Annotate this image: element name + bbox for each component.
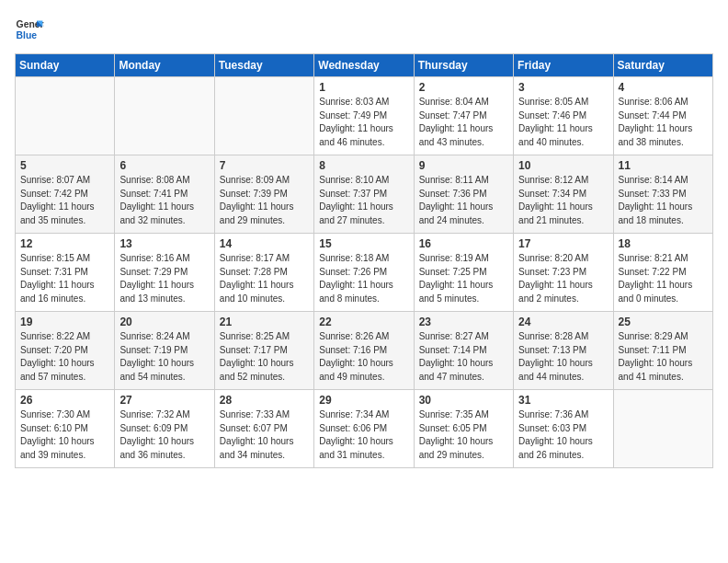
calendar-cell: 27Sunrise: 7:32 AMSunset: 6:09 PMDayligh…	[115, 390, 214, 468]
cell-line: Daylight: 11 hours	[518, 122, 608, 136]
page-header: General Blue	[15, 15, 713, 44]
calendar-cell	[613, 390, 712, 468]
calendar-cell	[115, 77, 214, 155]
cell-line: and 2 minutes.	[518, 293, 608, 306]
header-day: Wednesday	[314, 54, 414, 77]
cell-line: Sunset: 7:36 PM	[419, 188, 508, 201]
cell-line: Sunset: 7:49 PM	[319, 109, 408, 123]
cell-line: Sunset: 7:13 PM	[518, 344, 608, 358]
cell-line: and 0 minutes.	[619, 293, 708, 306]
calendar-cell: 7Sunrise: 8:09 AMSunset: 7:39 PMDaylight…	[214, 155, 313, 234]
cell-line: Sunset: 6:07 PM	[220, 422, 309, 436]
day-number: 17	[518, 237, 608, 250]
day-number: 4	[619, 81, 708, 94]
cell-line: Daylight: 10 hours	[419, 435, 508, 449]
cell-line: and 54 minutes.	[119, 371, 209, 385]
cell-line: Sunrise: 7:32 AM	[119, 408, 209, 422]
day-number: 28	[220, 394, 309, 407]
cell-line: Sunrise: 8:17 AM	[220, 252, 309, 266]
cell-line: Daylight: 11 hours	[20, 279, 109, 293]
day-number: 3	[518, 81, 608, 94]
cell-line: Sunrise: 8:19 AM	[419, 252, 508, 266]
day-number: 16	[419, 237, 508, 250]
cell-line: Daylight: 11 hours	[319, 201, 408, 214]
calendar-cell: 19Sunrise: 8:22 AMSunset: 7:20 PMDayligh…	[16, 312, 115, 390]
cell-line: Sunset: 7:44 PM	[619, 109, 708, 123]
day-number: 15	[319, 237, 408, 250]
cell-line: and 49 minutes.	[319, 371, 408, 385]
cell-line: Sunset: 6:09 PM	[119, 422, 209, 436]
cell-line: Daylight: 11 hours	[419, 201, 508, 214]
week-row: 5Sunrise: 8:07 AMSunset: 7:42 PMDaylight…	[16, 155, 713, 234]
cell-line: Sunset: 7:34 PM	[518, 188, 608, 201]
cell-line: Sunset: 7:39 PM	[220, 188, 309, 201]
cell-line: Sunset: 6:06 PM	[319, 422, 408, 436]
cell-line: Sunset: 6:05 PM	[419, 422, 508, 436]
calendar-cell: 31Sunrise: 7:36 AMSunset: 6:03 PMDayligh…	[514, 390, 613, 468]
day-number: 14	[220, 237, 309, 250]
calendar-cell: 11Sunrise: 8:14 AMSunset: 7:33 PMDayligh…	[613, 155, 712, 234]
cell-line: and 41 minutes.	[619, 371, 708, 385]
day-number: 6	[119, 159, 209, 172]
cell-line: and 13 minutes.	[119, 293, 209, 306]
cell-line: and 35 minutes.	[20, 214, 109, 228]
cell-line: Sunrise: 8:05 AM	[518, 96, 608, 109]
cell-line: Sunrise: 8:10 AM	[319, 174, 408, 188]
cell-line: Sunrise: 8:03 AM	[319, 96, 408, 109]
day-number: 20	[119, 316, 209, 328]
cell-line: Sunrise: 7:30 AM	[20, 408, 109, 422]
cell-line: Daylight: 11 hours	[220, 279, 309, 293]
cell-line: Sunrise: 8:21 AM	[619, 252, 708, 266]
cell-line: Daylight: 10 hours	[119, 435, 209, 449]
calendar-cell: 20Sunrise: 8:24 AMSunset: 7:19 PMDayligh…	[115, 312, 214, 390]
cell-line: Sunrise: 8:18 AM	[319, 252, 408, 266]
cell-line: Sunrise: 8:27 AM	[419, 330, 508, 344]
cell-line: Daylight: 11 hours	[619, 201, 708, 214]
cell-line: Sunset: 7:31 PM	[20, 266, 109, 280]
day-number: 26	[20, 394, 109, 407]
cell-line: Daylight: 11 hours	[20, 201, 109, 214]
calendar-cell: 28Sunrise: 7:33 AMSunset: 6:07 PMDayligh…	[214, 390, 313, 468]
cell-line: Daylight: 10 hours	[518, 435, 608, 449]
cell-line: Sunset: 7:25 PM	[419, 266, 508, 280]
cell-line: and 40 minutes.	[518, 136, 608, 150]
cell-line: Daylight: 11 hours	[419, 122, 508, 136]
cell-line: Sunset: 7:17 PM	[220, 344, 309, 358]
header-day: Thursday	[414, 54, 513, 77]
calendar-cell: 24Sunrise: 8:28 AMSunset: 7:13 PMDayligh…	[514, 312, 613, 390]
cell-line: Sunset: 7:11 PM	[619, 344, 708, 358]
cell-line: Sunrise: 8:08 AM	[119, 174, 209, 188]
header-row: SundayMondayTuesdayWednesdayThursdayFrid…	[16, 54, 713, 77]
cell-line: Sunset: 7:41 PM	[119, 188, 209, 201]
cell-line: Sunrise: 8:24 AM	[119, 330, 209, 344]
day-number: 19	[20, 316, 109, 328]
cell-line: Daylight: 11 hours	[518, 279, 608, 293]
cell-line: Sunset: 7:29 PM	[119, 266, 209, 280]
cell-line: Sunset: 7:33 PM	[619, 188, 708, 201]
cell-line: and 39 minutes.	[20, 449, 109, 463]
cell-line: and 47 minutes.	[419, 371, 508, 385]
calendar-cell: 13Sunrise: 8:16 AMSunset: 7:29 PMDayligh…	[115, 234, 214, 312]
cell-line: Sunrise: 8:15 AM	[20, 252, 109, 266]
day-number: 27	[119, 394, 209, 407]
cell-line: and 36 minutes.	[119, 449, 209, 463]
cell-line: and 32 minutes.	[119, 214, 209, 228]
week-row: 19Sunrise: 8:22 AMSunset: 7:20 PMDayligh…	[16, 312, 713, 390]
calendar-cell: 17Sunrise: 8:20 AMSunset: 7:23 PMDayligh…	[514, 234, 613, 312]
cell-line: and 5 minutes.	[419, 293, 508, 306]
cell-line: Sunset: 7:23 PM	[518, 266, 608, 280]
cell-line: and 8 minutes.	[319, 293, 408, 306]
logo-icon: General Blue	[15, 15, 44, 44]
cell-line: Sunrise: 7:36 AM	[518, 408, 608, 422]
cell-line: Sunset: 7:46 PM	[518, 109, 608, 123]
day-number: 2	[419, 81, 508, 94]
calendar-cell: 16Sunrise: 8:19 AMSunset: 7:25 PMDayligh…	[414, 234, 513, 312]
cell-line: Sunrise: 8:16 AM	[119, 252, 209, 266]
calendar-cell: 6Sunrise: 8:08 AMSunset: 7:41 PMDaylight…	[115, 155, 214, 234]
cell-line: Daylight: 11 hours	[220, 201, 309, 214]
cell-line: Sunset: 7:42 PM	[20, 188, 109, 201]
cell-line: Sunrise: 7:34 AM	[319, 408, 408, 422]
cell-line: Sunset: 7:28 PM	[220, 266, 309, 280]
calendar-cell: 25Sunrise: 8:29 AMSunset: 7:11 PMDayligh…	[613, 312, 712, 390]
cell-line: Sunrise: 8:06 AM	[619, 96, 708, 109]
